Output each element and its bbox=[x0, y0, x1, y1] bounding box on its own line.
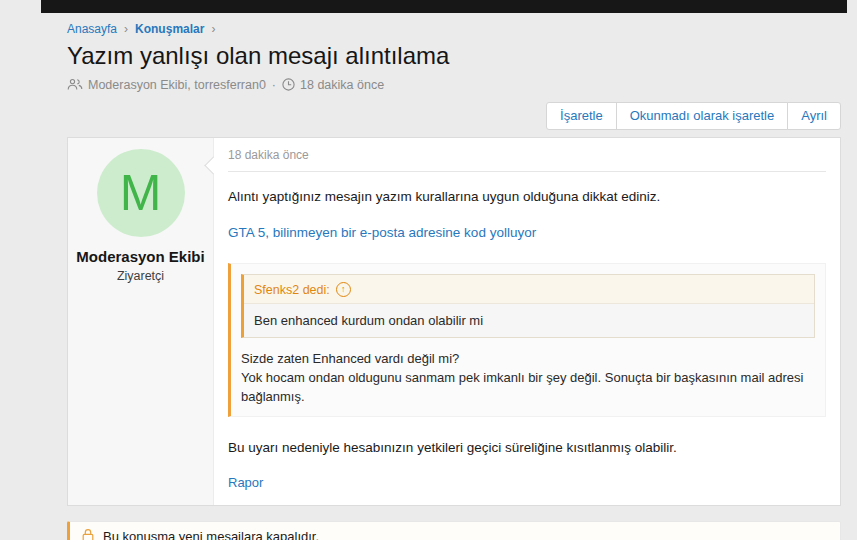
message-author-cell: M Moderasyon Ekibi Ziyaretçi bbox=[68, 138, 214, 505]
breadcrumb-conversations-link[interactable]: Konuşmalar bbox=[135, 22, 204, 36]
leave-button[interactable]: Ayrıl bbox=[787, 102, 841, 131]
page-title: Yazım yanlışı olan mesajı alıntılama bbox=[67, 42, 841, 70]
report-link[interactable]: Rapor bbox=[228, 475, 263, 490]
message-body-text: Alıntı yaptığınız mesajın yazım kurallar… bbox=[228, 189, 826, 204]
message-timestamp[interactable]: 18 dakika önce bbox=[228, 148, 826, 172]
participants-icon bbox=[67, 78, 83, 91]
thread-time: 18 dakika önce bbox=[300, 78, 384, 92]
chevron-right-icon: › bbox=[211, 22, 215, 36]
author-name[interactable]: Moderasyon Ekibi bbox=[68, 248, 213, 265]
breadcrumb-home-link[interactable]: Anasayfa bbox=[67, 22, 117, 36]
mark-button[interactable]: İşaretle bbox=[546, 102, 617, 131]
clock-icon bbox=[282, 78, 295, 91]
quoted-reply-line: Sizde zaten Enhanced vardı değil mi? bbox=[241, 349, 815, 368]
quote-attribution: Sfenks2 dedi: bbox=[254, 283, 330, 297]
page-container: Anasayfa › Konuşmalar › Yazım yanlışı ol… bbox=[67, 0, 841, 540]
avatar[interactable]: M bbox=[97, 149, 185, 237]
conversation-closed-notice: Bu konuşma yeni mesajlara kapalıdır. bbox=[67, 521, 841, 540]
thread-meta: Moderasyon Ekibi, torresferran0 · 18 dak… bbox=[67, 78, 841, 92]
breadcrumb: Anasayfa › Konuşmalar › bbox=[67, 22, 841, 36]
mark-unread-button[interactable]: Okunmadı olarak işaretle bbox=[616, 102, 789, 131]
warning-text: Bu uyarı nedeniyle hesabınızın yetkileri… bbox=[228, 440, 826, 455]
author-role: Ziyaretçi bbox=[68, 269, 213, 283]
quote-attribution-header[interactable]: Sfenks2 dedi: ↑ bbox=[244, 275, 814, 304]
conversation-closed-text: Bu konuşma yeni mesajlara kapalıdır. bbox=[103, 529, 319, 540]
thread-reference-link[interactable]: GTA 5, bilinmeyen bir e-posta adresine k… bbox=[228, 225, 536, 240]
thread-participants[interactable]: Moderasyon Ekibi, torresferran0 bbox=[88, 78, 266, 92]
message-card: M Moderasyon Ekibi Ziyaretçi 18 dakika ö… bbox=[67, 137, 841, 506]
lock-icon bbox=[81, 528, 95, 540]
meta-separator: · bbox=[272, 78, 276, 92]
quoted-text: Ben enhanced kurdum ondan olabilir mi bbox=[244, 304, 814, 337]
jump-to-source-icon[interactable]: ↑ bbox=[336, 282, 351, 297]
chevron-right-icon: › bbox=[124, 22, 128, 36]
message-content-cell: 18 dakika önce Alıntı yaptığınız mesajın… bbox=[214, 138, 840, 505]
thread-actions: İşaretle Okunmadı olarak işaretle Ayrıl bbox=[67, 102, 841, 131]
quoted-reply-line: Yok hocam ondan oldugunu sanmam pek imka… bbox=[241, 368, 815, 406]
outer-quote-block: Sfenks2 dedi: ↑ Ben enhanced kurdum onda… bbox=[228, 263, 826, 417]
inner-quote-block: Sfenks2 dedi: ↑ Ben enhanced kurdum onda… bbox=[241, 274, 815, 338]
